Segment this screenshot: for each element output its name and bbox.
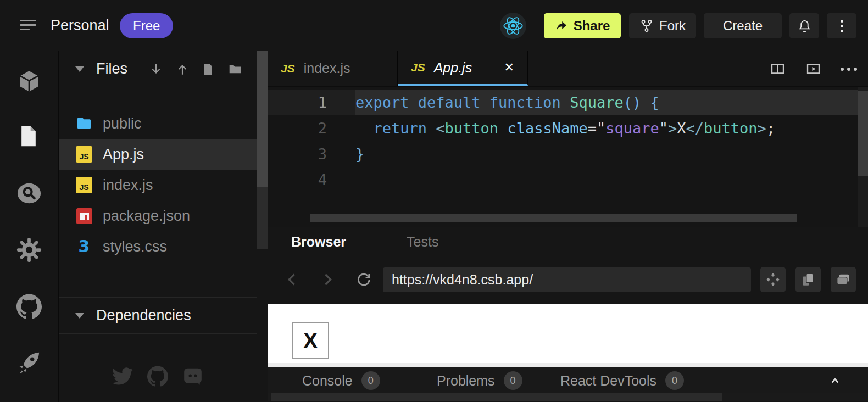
file-name: index.js bbox=[103, 177, 153, 194]
close-icon[interactable]: ✕ bbox=[504, 60, 514, 75]
preview-pane-icon[interactable] bbox=[805, 60, 822, 77]
url-bar[interactable] bbox=[383, 267, 751, 292]
deploy-rocket-icon[interactable] bbox=[16, 350, 42, 375]
tab-index-js[interactable]: JS index.js bbox=[268, 51, 398, 86]
split-view-icon[interactable] bbox=[769, 60, 786, 77]
css3-icon: 3 bbox=[75, 238, 93, 255]
github-icon[interactable] bbox=[16, 294, 42, 319]
twitter-icon[interactable] bbox=[112, 366, 133, 387]
upload-icon[interactable] bbox=[175, 62, 190, 76]
code-line: 2 return <button className="square">X</b… bbox=[268, 115, 868, 141]
refresh-icon[interactable] bbox=[354, 270, 373, 289]
line-number: 4 bbox=[268, 167, 355, 193]
file-explorer-panel: Files public bbox=[59, 51, 257, 402]
file-name: styles.css bbox=[103, 238, 167, 255]
chevron-down-icon bbox=[75, 313, 84, 319]
code-text: } bbox=[355, 141, 868, 167]
code-line: 4 bbox=[268, 167, 868, 193]
forward-icon[interactable] bbox=[318, 270, 337, 289]
file-name: package.json bbox=[103, 208, 190, 225]
file-row-public[interactable]: public bbox=[59, 108, 257, 139]
bell-icon bbox=[797, 19, 812, 34]
editor-tab-bar: JS index.js JS App.js ✕ bbox=[268, 51, 868, 87]
fork-button[interactable]: Fork bbox=[629, 13, 696, 38]
console-tab[interactable]: Console 0 bbox=[302, 367, 380, 394]
activity-rail bbox=[0, 51, 59, 402]
code-text: return <button className="square">X</but… bbox=[355, 115, 868, 141]
code-editor[interactable]: 1 export default function Square() { 2 r… bbox=[268, 87, 868, 227]
javascript-icon: JS bbox=[411, 61, 425, 74]
dependencies-title: Dependencies bbox=[96, 307, 191, 324]
file-row-package-json[interactable]: package.json bbox=[59, 200, 257, 231]
file-row-index-js[interactable]: JS index.js bbox=[59, 170, 257, 200]
problems-tab[interactable]: Problems 0 bbox=[437, 367, 522, 394]
file-list: public JS App.js JS index.js package.jso… bbox=[59, 87, 257, 262]
npm-icon bbox=[75, 207, 93, 225]
browser-panel: Browser Tests bbox=[268, 227, 868, 304]
devtools-diamonds-icon[interactable] bbox=[760, 267, 786, 292]
kebab-icon bbox=[841, 20, 843, 23]
javascript-icon: JS bbox=[75, 146, 93, 163]
code-line: 3 } bbox=[268, 141, 868, 167]
scrollbar-thumb[interactable] bbox=[271, 393, 722, 401]
social-links bbox=[59, 366, 257, 387]
javascript-icon: JS bbox=[75, 176, 93, 194]
more-options-icon[interactable] bbox=[841, 68, 857, 71]
plan-badge[interactable]: Free bbox=[120, 13, 173, 38]
line-number: 3 bbox=[268, 141, 355, 167]
discord-icon[interactable] bbox=[182, 366, 203, 387]
preview-scrollbar bbox=[268, 363, 868, 367]
count-badge: 0 bbox=[504, 371, 522, 390]
share-label: Share bbox=[574, 18, 610, 34]
share-arrow-icon bbox=[555, 19, 568, 32]
tab-tests[interactable]: Tests bbox=[407, 234, 438, 250]
codesandbox-app: Personal Free Share bbox=[0, 0, 868, 402]
open-window-icon[interactable] bbox=[831, 267, 856, 292]
files-section-header[interactable]: Files bbox=[59, 51, 257, 87]
code-text: export default function Square() { bbox=[355, 90, 868, 115]
react-devtools-tab[interactable]: React DevTools 0 bbox=[560, 367, 684, 394]
file-explorer-icon[interactable] bbox=[16, 124, 42, 149]
count-badge: 0 bbox=[361, 371, 380, 390]
download-icon[interactable] bbox=[149, 62, 163, 76]
github-icon[interactable] bbox=[147, 366, 168, 387]
tab-app-js[interactable]: JS App.js ✕ bbox=[398, 51, 528, 86]
dependencies-section-header[interactable]: Dependencies bbox=[59, 298, 257, 334]
chevron-down-icon bbox=[75, 66, 84, 72]
workspace-name[interactable]: Personal bbox=[51, 0, 109, 51]
more-menu-button[interactable] bbox=[827, 13, 856, 38]
file-row-app-js[interactable]: JS App.js bbox=[59, 139, 257, 170]
file-name: App.js bbox=[103, 146, 144, 163]
file-row-styles-css[interactable]: 3 styles.css bbox=[59, 231, 257, 262]
sandbox-cube-icon[interactable] bbox=[16, 69, 42, 94]
share-button[interactable]: Share bbox=[544, 13, 621, 38]
search-icon[interactable] bbox=[16, 181, 42, 206]
create-button[interactable]: Create bbox=[704, 13, 782, 38]
browser-preview: X bbox=[268, 304, 868, 367]
new-file-icon[interactable] bbox=[202, 62, 216, 76]
file-name: public bbox=[103, 115, 142, 132]
javascript-icon: JS bbox=[281, 62, 295, 75]
devtools-status-bar: Console 0 Problems 0 React DevTools 0 bbox=[268, 367, 868, 393]
back-icon[interactable] bbox=[283, 270, 302, 289]
duplicate-icon[interactable] bbox=[795, 267, 821, 292]
vertical-scrollbar bbox=[858, 87, 868, 227]
folder-icon bbox=[75, 115, 93, 132]
notifications-button[interactable] bbox=[789, 13, 819, 38]
fork-label: Fork bbox=[659, 18, 686, 34]
top-bar: Personal Free Share bbox=[0, 0, 868, 51]
tab-browser[interactable]: Browser bbox=[291, 234, 346, 250]
menu-icon[interactable] bbox=[20, 20, 36, 32]
chevron-up-icon[interactable] bbox=[826, 372, 844, 389]
line-number: 1 bbox=[268, 90, 355, 115]
main-column: JS index.js JS App.js ✕ bbox=[268, 51, 868, 402]
create-label: Create bbox=[723, 18, 763, 34]
square-button[interactable]: X bbox=[292, 322, 329, 359]
code-text bbox=[355, 167, 868, 193]
new-folder-icon[interactable] bbox=[228, 62, 242, 76]
scrollbar-thumb[interactable] bbox=[257, 51, 268, 187]
settings-gear-icon[interactable] bbox=[16, 237, 42, 263]
scrollbar-thumb[interactable] bbox=[858, 91, 868, 176]
console-scrollbar bbox=[268, 393, 868, 401]
horizontal-scrollbar[interactable] bbox=[310, 214, 797, 222]
